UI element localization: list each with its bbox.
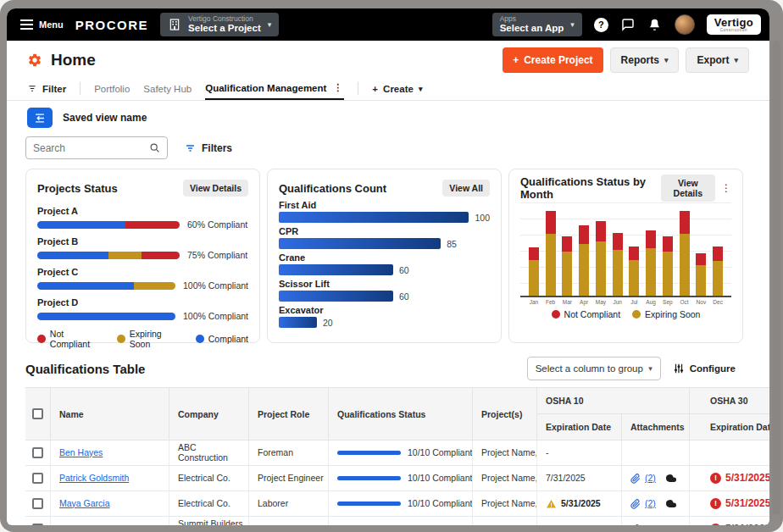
attachments-count-link[interactable]: (2) [645, 474, 656, 484]
month-tick-label: Mar [559, 299, 576, 305]
bar-segment-not-compliant [663, 236, 673, 252]
kebab-icon[interactable]: ⋮ [721, 182, 731, 194]
project-picker-context: Vertigo Construction [188, 15, 261, 23]
row-select-cell [25, 466, 51, 491]
table-title: Qualifications Table [25, 362, 145, 376]
count-bar-label: First Aid [279, 200, 490, 210]
column-header-company[interactable]: Company [169, 388, 249, 441]
name-cell: Maya Garcia [51, 491, 169, 517]
bar-segment-expiring-soon [108, 252, 142, 259]
column-group-osha30: OSHA 30 [690, 388, 769, 414]
top-nav-bar: Menu PROCORE Vertigo Construction Select… [7, 8, 769, 41]
month-tick-label: Nov [693, 299, 710, 305]
tab-portfolio[interactable]: Portfolio [94, 77, 130, 100]
search-input[interactable] [33, 142, 149, 154]
status-progress-bar [337, 502, 401, 506]
attachments-count-link[interactable]: (2) [645, 524, 656, 525]
column-header-projects[interactable]: Project(s) [473, 388, 537, 441]
notifications-button[interactable] [647, 17, 663, 32]
chevron-down-icon: ▾ [268, 20, 272, 29]
row-checkbox[interactable] [32, 473, 43, 484]
column-header-osha10-expiration[interactable]: Expiration Date [537, 414, 622, 441]
row-checkbox[interactable] [32, 447, 43, 458]
search-icon [149, 142, 160, 153]
row-checkbox[interactable] [32, 524, 43, 525]
month-stacked-bar [529, 247, 539, 296]
row-checkbox[interactable] [32, 498, 43, 509]
month-column [559, 236, 576, 296]
column-header-name[interactable]: Name [51, 388, 169, 441]
expiration-date: 5/31/2025 [725, 524, 769, 525]
table-body: Ben HayesABC ConstructionForeman10/10 Co… [25, 441, 769, 525]
tab-safety-hub[interactable]: Safety Hub [143, 77, 192, 100]
person-name-link[interactable]: Donald King [59, 524, 108, 525]
app-picker[interactable]: Apps Select an App ▾ [492, 13, 582, 36]
chat-button[interactable] [620, 17, 636, 32]
plus-icon: + [513, 54, 519, 66]
reports-button[interactable]: Reports ▾ [610, 47, 680, 73]
person-name-link[interactable]: Patrick Goldsmith [59, 474, 129, 484]
bar-segment-not-compliant [142, 252, 180, 259]
status-label: 10/10 Compliant [408, 474, 472, 484]
count-bar-value: 85 [447, 239, 457, 249]
person-name-link[interactable]: Maya Garcia [59, 499, 110, 509]
column-header-osha10-attachments[interactable]: Attachments [622, 414, 690, 441]
view-all-button[interactable]: View All [442, 180, 490, 197]
tab-qualification-management[interactable]: Qualification Management ⋮ [205, 77, 344, 100]
create-project-button[interactable]: + Create Project [503, 47, 603, 73]
column-header-osha30-expiration[interactable]: Expiration Date [690, 414, 769, 441]
person-name-link[interactable]: Ben Hayes [59, 448, 103, 458]
osha10-attachments-cell: (2) [622, 491, 690, 517]
count-bar-label: Excavator [279, 305, 490, 315]
bar-segment-compliant [37, 282, 134, 290]
cloud-download-icon[interactable] [665, 474, 677, 483]
cloud-download-icon[interactable] [665, 524, 677, 525]
configure-button[interactable]: Configure [673, 363, 736, 374]
table-row: Maya GarciaElectrical Co.Laborer10/10 Co… [25, 491, 769, 517]
filters-button[interactable]: Filters [185, 142, 232, 154]
osha30-expiration-cell: !5/31/2025 [690, 517, 769, 525]
window-scrollbar[interactable] [772, 41, 780, 515]
month-chart-plot [520, 202, 731, 297]
bar-segment-not-compliant [546, 211, 556, 234]
legend-dot-icon [37, 335, 46, 343]
alert-icon: ! [710, 473, 721, 484]
menu-button[interactable]: Menu [19, 17, 64, 32]
select-all-checkbox[interactable] [32, 408, 43, 419]
kebab-icon[interactable]: ⋮ [331, 82, 344, 93]
expiration-date: 5/31/2025 [561, 499, 601, 509]
tab-create[interactable]: + Create ▾ [372, 77, 422, 100]
view-details-button[interactable]: View Details [661, 175, 715, 202]
bar-segment-compliant [37, 313, 175, 320]
attachments-count-link[interactable]: (2) [645, 499, 656, 509]
building-icon [168, 18, 181, 31]
column-header-qualifications-status[interactable]: Qualifications Status [329, 388, 473, 441]
project-status-bar [37, 313, 175, 320]
alert-icon: ! [710, 498, 721, 509]
column-header-project-role[interactable]: Project Role [249, 388, 329, 441]
month-stacked-bar [629, 247, 639, 296]
export-button[interactable]: Export ▾ [686, 47, 749, 73]
view-details-button[interactable]: View Details [183, 180, 248, 197]
legend-label: Expiring Soon [645, 309, 700, 319]
project-name: Project C [37, 267, 248, 277]
main-content: Saved view name Filters Pr [7, 101, 769, 525]
project-role-cell: Foreman [249, 441, 329, 466]
legend-dot-icon [552, 310, 560, 319]
help-button[interactable]: ? [594, 18, 608, 32]
group-by-select[interactable]: Select a column to group ▾ [527, 357, 661, 380]
bar-segment-expiring-soon [546, 234, 556, 296]
user-avatar[interactable] [675, 14, 695, 35]
count-bar [279, 264, 393, 275]
table-row: Ben HayesABC ConstructionForeman10/10 Co… [25, 441, 769, 466]
tab-filter[interactable]: Filter [27, 77, 66, 100]
project-picker[interactable]: Vertigo Construction Select a Project ▾ [160, 13, 279, 36]
count-bar-row: Scissor Lift60 [279, 279, 490, 302]
month-tick-label: May [592, 299, 609, 305]
month-stacked-bar [579, 225, 589, 296]
chevron-down-icon: ▾ [648, 364, 652, 373]
cloud-download-icon[interactable] [665, 499, 677, 508]
collapse-saved-view-button[interactable] [27, 108, 53, 128]
count-bar-row: CPR85 [279, 226, 490, 249]
month-tick-label: Aug [642, 299, 659, 305]
